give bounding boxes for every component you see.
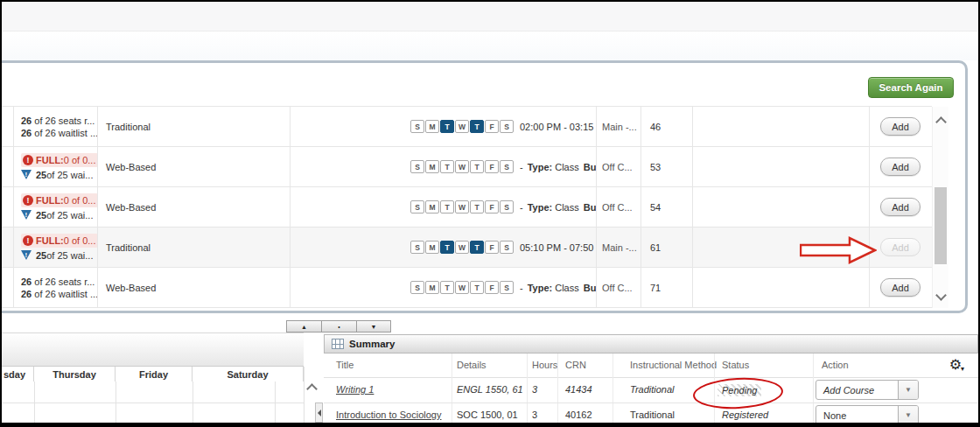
campus-cell: Off C... bbox=[597, 268, 641, 307]
schedule-scroll-up-icon[interactable] bbox=[306, 383, 318, 395]
schedule-panel: sday Thursday Friday Saturday bbox=[2, 332, 324, 424]
instructional-method-cell: Traditional bbox=[98, 228, 290, 267]
search-again-button[interactable]: Search Again bbox=[868, 77, 954, 98]
day-box: W bbox=[455, 160, 469, 173]
registration-screen: Search Again 26 of 26 seats r... 26 of 2… bbox=[0, 0, 980, 427]
course-title-link[interactable]: Writing 1 bbox=[336, 384, 374, 395]
day-box: F bbox=[485, 160, 499, 173]
section-number: 53 bbox=[641, 147, 693, 186]
course-method: Traditional bbox=[630, 410, 675, 420]
day-header-friday: Friday bbox=[116, 367, 192, 382]
table-row[interactable]: 26 of 26 seats r... 26 of 26 waitlist ..… bbox=[2, 107, 932, 147]
day-box: S bbox=[410, 120, 424, 133]
settings-gear-icon[interactable]: ⚙▾ bbox=[949, 356, 964, 373]
day-boxes: SMTWTFS bbox=[410, 241, 514, 254]
section-number: 54 bbox=[641, 187, 693, 227]
meeting-times-cell: SMTWTFS -Type:ClassBuilding:Web-b bbox=[410, 187, 597, 227]
day-box: T bbox=[440, 200, 454, 214]
panel-collapse-handle[interactable] bbox=[315, 402, 323, 423]
table-row[interactable]: !FULL: 0 of 0... 25 of 25 wai... Web-Bas… bbox=[2, 187, 932, 228]
column-header-details: Details bbox=[457, 360, 486, 370]
meeting-times-cell: SMTWTFS -Type:ClassBuilding:Web-b bbox=[410, 147, 597, 186]
waitlist-icon bbox=[21, 210, 32, 220]
scroll-up-icon[interactable] bbox=[935, 116, 947, 128]
add-button-disabled: Add bbox=[880, 238, 920, 256]
campus-cell: Off C... bbox=[597, 187, 641, 227]
expand-up-button[interactable]: ▲ bbox=[286, 320, 321, 332]
seats-cell: 26 of 26 seats r... 26 of 26 waitlist ..… bbox=[13, 268, 98, 307]
add-button[interactable]: Add bbox=[880, 117, 920, 136]
action-dropdown[interactable]: None ▼ bbox=[816, 405, 919, 425]
day-box: F bbox=[485, 281, 499, 294]
summary-column-headers: Title Details Hours CRN Instructional Me… bbox=[324, 354, 978, 378]
course-hours: 3 bbox=[532, 410, 537, 420]
schedule-day-headers: sday Thursday Friday Saturday bbox=[2, 367, 304, 382]
course-hours: 3 bbox=[532, 384, 537, 395]
day-box: W bbox=[455, 241, 469, 254]
dropdown-arrow-icon[interactable]: ▼ bbox=[898, 381, 918, 399]
day-box: M bbox=[425, 241, 439, 254]
status-pending-badge: Pending bbox=[718, 384, 761, 396]
results-scrollbar[interactable] bbox=[932, 107, 948, 308]
day-box: T bbox=[470, 281, 484, 294]
day-box: S bbox=[500, 241, 514, 254]
table-row[interactable]: !FULL: 0 of 0... 25 of 25 wai... Traditi… bbox=[2, 228, 932, 268]
day-box: T bbox=[440, 120, 454, 133]
day-box: S bbox=[500, 200, 514, 214]
day-box: S bbox=[410, 241, 424, 254]
instructional-method-cell: Web-Based bbox=[98, 268, 290, 307]
day-box: T bbox=[440, 241, 454, 254]
column-header-crn: CRN bbox=[565, 360, 586, 370]
day-box: S bbox=[500, 120, 514, 133]
full-alert-icon: ! bbox=[23, 195, 33, 206]
meeting-times-cell: SMTWTFS 02:00 PM - 03:15 PMType:Cla bbox=[410, 107, 597, 146]
day-box: T bbox=[440, 281, 454, 294]
day-box: W bbox=[455, 200, 469, 214]
table-row[interactable]: !FULL: 0 of 0... 25 of 25 wai... Web-Bas… bbox=[2, 147, 932, 187]
day-box: T bbox=[470, 241, 484, 254]
course-details: ENGL 1550, 61 bbox=[457, 384, 523, 395]
action-dropdown[interactable]: Add Course ▼ bbox=[816, 380, 919, 400]
scroll-thumb[interactable] bbox=[934, 187, 947, 264]
add-button[interactable]: Add bbox=[880, 158, 920, 176]
restore-panels-button[interactable]: • bbox=[321, 320, 356, 332]
day-box: W bbox=[455, 120, 469, 133]
add-button[interactable]: Add bbox=[880, 278, 920, 297]
day-box: M bbox=[425, 281, 439, 294]
summary-panel: Summary Title Details Hours CRN Instruct… bbox=[324, 332, 978, 425]
day-box: W bbox=[455, 281, 469, 294]
instructional-method-cell: Web-Based bbox=[98, 147, 290, 186]
column-header-hours: Hours bbox=[532, 360, 557, 370]
summary-title: Summary bbox=[349, 339, 395, 349]
day-box: S bbox=[410, 160, 424, 173]
full-alert-icon: ! bbox=[23, 155, 33, 165]
summary-row: Writing 1 ENGL 1550, 61 3 41434 Traditio… bbox=[324, 377, 978, 403]
dropdown-arrow-icon[interactable]: ▼ bbox=[898, 406, 918, 424]
course-title-link[interactable]: Introduction to Sociology bbox=[336, 410, 441, 420]
collapse-left-icon bbox=[318, 410, 321, 416]
instructional-method-cell: Web-Based bbox=[98, 187, 290, 227]
scroll-down-icon[interactable] bbox=[935, 290, 947, 301]
seats-cell: !FULL: 0 of 0... 25 of 25 wai... bbox=[13, 147, 98, 186]
course-method: Traditional bbox=[630, 384, 675, 395]
add-button[interactable]: Add bbox=[880, 198, 920, 216]
day-box: T bbox=[470, 160, 484, 173]
schedule-header bbox=[2, 332, 304, 367]
day-box: F bbox=[485, 241, 499, 254]
table-row[interactable]: 26 of 26 seats r... 26 of 26 waitlist ..… bbox=[2, 268, 932, 308]
meeting-times-cell: SMTWTFS 05:10 PM - 07:50 PMType:Cla bbox=[410, 228, 597, 267]
full-alert-icon: ! bbox=[23, 235, 33, 246]
panel-resize-controls: ▲ • ▼ bbox=[286, 320, 391, 332]
day-box: T bbox=[440, 160, 454, 173]
annotation-arrow-icon bbox=[800, 235, 877, 265]
top-band bbox=[2, 2, 978, 32]
column-header-status: Status bbox=[722, 360, 749, 370]
expand-down-button[interactable]: ▼ bbox=[356, 320, 391, 332]
day-box: F bbox=[485, 120, 499, 133]
day-box: T bbox=[470, 200, 484, 214]
seats-cell: !FULL: 0 of 0... 25 of 25 wai... bbox=[13, 228, 98, 267]
summary-row: Introduction to Sociology SOC 1500, 01 3… bbox=[324, 402, 978, 427]
column-header-instructional-method: Instructional Method bbox=[630, 360, 717, 370]
day-boxes: SMTWTFS bbox=[410, 281, 514, 294]
waitlist-icon bbox=[21, 170, 32, 180]
